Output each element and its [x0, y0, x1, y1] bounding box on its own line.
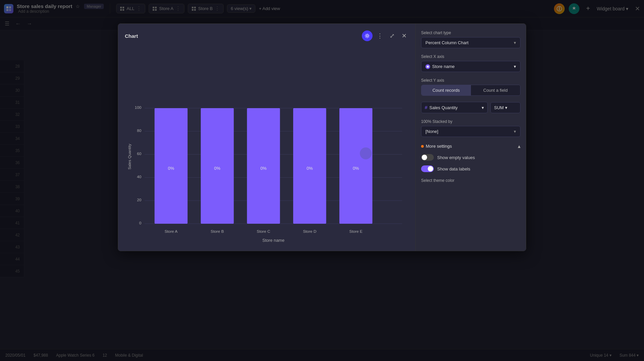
show-labels-label: Show data labels [437, 166, 470, 171]
stacked-chevron: ▾ [514, 129, 516, 134]
show-empty-label: Show empty values [437, 155, 475, 160]
svg-text:100: 100 [135, 105, 142, 110]
svg-text:40: 40 [137, 174, 142, 179]
x-axis-chevron: ▾ [514, 64, 516, 69]
x-axis-section: Select X axis Store name ▾ [421, 54, 520, 72]
more-settings-section: More settings ▴ Show empty values [421, 143, 520, 172]
svg-text:Store name: Store name [262, 238, 285, 243]
modal-title: Chart [125, 33, 138, 39]
svg-text:0%: 0% [260, 166, 267, 171]
sum-select[interactable]: SUM ▾ [490, 102, 520, 113]
chart-type-label: Select chart type [421, 30, 520, 35]
count-field-btn[interactable]: Count a field [471, 85, 520, 95]
show-labels-knob [428, 166, 433, 171]
svg-text:0%: 0% [307, 166, 313, 171]
chart-type-value: Percent Column Chart [425, 40, 469, 45]
more-settings-label: More settings [426, 144, 452, 149]
x-axis-radio [425, 64, 430, 69]
field-name: Sales Quantity [429, 105, 458, 110]
y-axis-label: Select Y axis [421, 78, 520, 83]
show-labels-row: Show data labels [421, 165, 520, 172]
show-empty-knob [422, 155, 427, 160]
count-records-btn[interactable]: Count records [421, 85, 471, 95]
chart-settings-btn[interactable] [362, 30, 373, 41]
chart-type-select[interactable]: Percent Column Chart ▾ [421, 37, 520, 48]
svg-text:Store C: Store C [257, 229, 270, 234]
field-select[interactable]: # Sales Quantity ▾ [421, 102, 488, 113]
theme-color-section: Select theme color [421, 178, 520, 185]
x-axis-label: Select X axis [421, 54, 520, 59]
chart-close-btn[interactable]: ✕ [399, 31, 409, 41]
chart-type-section: Select chart type Percent Column Chart ▾ [421, 30, 520, 48]
chart-modal: Chart ⋮ ⤢ ✕ Sales Quantity 0 20 40 6 [118, 23, 526, 251]
svg-text:0%: 0% [353, 166, 359, 171]
aggregation-value: SUM [494, 105, 504, 110]
svg-text:0%: 0% [168, 166, 174, 171]
svg-text:Store D: Store D [303, 229, 316, 234]
orange-dot [421, 145, 424, 148]
y-axis-section: Select Y axis Count records Count a fiel… [421, 78, 520, 96]
field-row: # Sales Quantity ▾ SUM ▾ [421, 102, 520, 113]
chart-panel: Chart ⋮ ⤢ ✕ Sales Quantity 0 20 40 6 [118, 24, 415, 251]
svg-point-41 [360, 147, 372, 159]
svg-text:60: 60 [137, 151, 142, 156]
modal-actions: ⋮ ⤢ ✕ [362, 30, 409, 41]
settings-panel: Select chart type Percent Column Chart ▾… [415, 24, 526, 251]
hash-icon: # [425, 105, 427, 110]
x-axis-value: Store name [432, 64, 455, 69]
stacked-select[interactable]: [None] ▾ [421, 126, 520, 137]
svg-text:0: 0 [139, 221, 142, 225]
y-axis-buttons: Count records Count a field [421, 85, 520, 96]
svg-text:Store E: Store E [349, 229, 363, 234]
stacked-label: 100% Stacked by [421, 119, 520, 124]
svg-text:0%: 0% [214, 166, 221, 171]
stacked-section: 100% Stacked by [None] ▾ [421, 119, 520, 137]
field-chevron: ▾ [482, 105, 484, 110]
svg-text:80: 80 [137, 128, 142, 133]
more-settings-header[interactable]: More settings ▴ [421, 143, 520, 149]
modal-title-bar: Chart ⋮ ⤢ ✕ [125, 30, 409, 41]
chart-more-btn[interactable]: ⋮ [375, 31, 385, 41]
show-labels-toggle[interactable] [421, 165, 434, 172]
theme-color-label: Select theme color [421, 178, 520, 183]
svg-point-18 [366, 35, 368, 37]
modal-overlay: Chart ⋮ ⤢ ✕ Sales Quantity 0 20 40 6 [0, 0, 644, 361]
chart-type-chevron: ▾ [514, 40, 516, 45]
show-empty-row: Show empty values [421, 154, 520, 161]
sum-chevron: ▾ [505, 105, 507, 110]
collapse-icon: ▴ [518, 143, 520, 149]
stacked-value: [None] [425, 129, 438, 134]
chart-expand-btn[interactable]: ⤢ [387, 31, 397, 41]
svg-text:20: 20 [137, 198, 142, 202]
y-axis-label: Sales Quantity [127, 144, 132, 169]
show-empty-toggle[interactable] [421, 154, 434, 161]
chart-svg: Sales Quantity 0 20 40 60 80 100 0% [125, 47, 409, 251]
svg-text:Store B: Store B [211, 229, 224, 234]
svg-text:Store A: Store A [165, 229, 178, 234]
x-axis-select[interactable]: Store name ▾ [421, 61, 520, 72]
